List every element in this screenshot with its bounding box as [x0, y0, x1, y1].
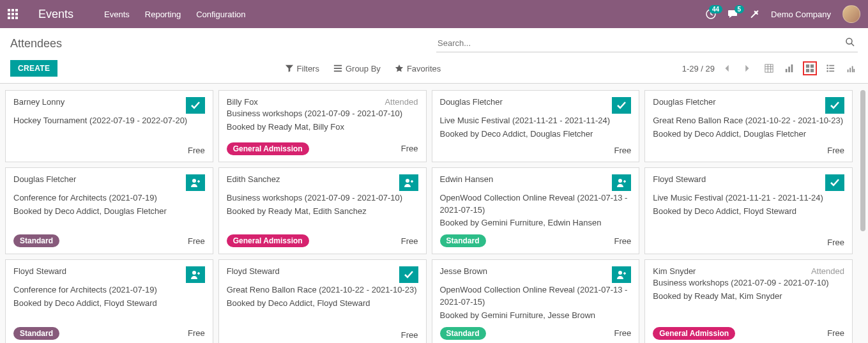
attendee-card[interactable]: Floyd StewardConference for Architects (… — [5, 259, 213, 343]
nav-link-reporting[interactable]: Reporting — [145, 10, 181, 19]
booked-by: Booked by Deco Addict, Floyd Steward — [13, 298, 205, 310]
attendee-card[interactable]: Edith SanchezBusiness workshops (2021-07… — [218, 167, 427, 255]
attendee-name: Floyd Steward — [227, 266, 280, 276]
groupby-label: Group By — [346, 64, 381, 73]
pager: 1-29 / 29 — [682, 62, 753, 75]
attendee-name: Barney Lonny — [13, 97, 65, 107]
svg-rect-11 — [334, 65, 342, 66]
pager-next-icon[interactable] — [740, 62, 753, 75]
pager-prev-icon[interactable] — [721, 62, 734, 75]
svg-rect-13 — [334, 71, 342, 72]
attendee-name: Edith Sanchez — [227, 174, 280, 184]
breadcrumb: Attendees — [10, 37, 62, 50]
favorites-label: Favorites — [407, 64, 441, 73]
booked-by: Booked by Gemini Furniture, Jesse Brown — [440, 310, 632, 322]
price: Free — [827, 238, 844, 247]
booked-by: Booked by Deco Addict, Douglas Fletcher — [653, 128, 844, 141]
svg-rect-12 — [334, 68, 342, 69]
apps-icon[interactable] — [8, 9, 18, 19]
graph-view-icon[interactable] — [782, 61, 796, 75]
attendee-card[interactable]: Kim SnyderAttendedBusiness workshops (20… — [644, 259, 853, 343]
debug-icon[interactable] — [749, 9, 759, 19]
status-person-icon[interactable] — [612, 174, 631, 191]
status-check-icon[interactable] — [825, 174, 844, 191]
price: Free — [188, 328, 205, 338]
search-icon[interactable] — [845, 37, 855, 47]
status-person-icon[interactable] — [186, 174, 205, 191]
attendee-card[interactable]: Edwin HansenOpenWood Collection Online R… — [432, 167, 640, 255]
svg-rect-6 — [8, 17, 10, 19]
create-button[interactable]: CREATE — [10, 60, 57, 77]
svg-rect-19 — [811, 65, 814, 68]
attendee-name: Floyd Steward — [653, 174, 706, 184]
svg-rect-14 — [765, 65, 773, 72]
attendee-card[interactable]: Floyd StewardLive Music Festival (2021-1… — [644, 167, 853, 255]
ticket-tag: General Admission — [227, 234, 309, 247]
attendee-card[interactable]: Douglas FletcherLive Music Festival (202… — [432, 90, 640, 162]
price: Free — [827, 328, 844, 338]
company-name[interactable]: Demo Company — [771, 10, 831, 19]
activity-icon[interactable]: 44 — [706, 9, 716, 19]
status-check-icon[interactable] — [825, 97, 844, 114]
attendee-card[interactable]: Barney LonnyHockey Tournament (2022-07-1… — [5, 90, 213, 162]
booked-by: Booked by Ready Mat, Edith Sanchez — [227, 206, 418, 218]
tree-view-icon[interactable] — [823, 61, 837, 75]
booked-by: Booked by Deco Addict, Floyd Steward — [653, 206, 844, 218]
attendee-name: Douglas Fletcher — [440, 97, 503, 107]
activity-count: 44 — [709, 5, 722, 13]
attendee-name: Kim Snyder — [653, 266, 696, 276]
status-check-icon[interactable] — [612, 97, 631, 114]
messaging-icon[interactable]: 5 — [727, 9, 738, 19]
search-tools: Filters Group By Favorites — [285, 64, 441, 73]
price: Free — [188, 236, 205, 246]
event-name: Great Reno Ballon Race (2021-10-22 - 202… — [227, 284, 418, 296]
price: Free — [827, 146, 844, 155]
nav-link-configuration[interactable]: Configuration — [196, 10, 245, 19]
event-name: Great Reno Ballon Race (2021-10-22 - 202… — [653, 115, 844, 127]
favorites-button[interactable]: Favorites — [395, 64, 441, 73]
ticket-tag: Standard — [440, 234, 486, 247]
svg-rect-27 — [829, 71, 834, 72]
svg-point-22 — [826, 65, 828, 66]
status-person-icon[interactable] — [399, 174, 418, 191]
kanban-view: Barney LonnyHockey Tournament (2022-07-1… — [0, 84, 868, 343]
pivot-view-icon[interactable] — [844, 61, 858, 75]
groupby-button[interactable]: Group By — [333, 64, 381, 73]
navbar-right: 44 5 Demo Company — [706, 5, 860, 23]
svg-point-24 — [826, 68, 828, 70]
user-avatar[interactable] — [842, 5, 860, 23]
scrollbar[interactable] — [860, 90, 865, 343]
view-switcher — [762, 61, 858, 75]
status-text: Attended — [385, 97, 418, 107]
svg-rect-25 — [829, 68, 834, 69]
svg-rect-5 — [15, 13, 18, 15]
nav-link-events[interactable]: Events — [104, 10, 130, 19]
attendee-card[interactable]: Floyd StewardGreat Reno Ballon Race (202… — [218, 259, 427, 343]
event-name: Hockey Tournament (2022-07-19 - 2022-07-… — [13, 115, 205, 127]
status-check-icon[interactable] — [399, 266, 418, 283]
status-check-icon[interactable] — [186, 97, 205, 114]
kanban-view-icon[interactable] — [803, 61, 817, 75]
attendee-card[interactable]: Douglas FletcherConference for Architect… — [5, 167, 213, 255]
event-name: Business workshops (2021-07-09 - 2021-07… — [227, 108, 418, 120]
list-view-icon[interactable] — [762, 61, 776, 75]
svg-point-35 — [192, 271, 196, 275]
status-person-icon[interactable] — [612, 266, 631, 283]
svg-point-26 — [826, 70, 828, 72]
attendee-name: Douglas Fletcher — [653, 97, 715, 107]
attendee-card[interactable]: Billy FoxAttendedBusiness workshops (202… — [218, 90, 427, 162]
filters-button[interactable]: Filters — [285, 64, 319, 73]
svg-point-33 — [406, 179, 409, 183]
event-name: Conference for Architects (2021-07-19) — [13, 192, 205, 204]
svg-point-10 — [846, 38, 852, 44]
status-person-icon[interactable] — [186, 266, 205, 283]
svg-rect-7 — [11, 17, 14, 19]
ticket-tag: Standard — [440, 327, 486, 340]
price: Free — [188, 146, 205, 155]
attendee-card[interactable]: Douglas FletcherGreat Reno Ballon Race (… — [644, 90, 853, 162]
svg-rect-31 — [853, 69, 855, 72]
attendee-card[interactable]: Jesse BrownOpenWood Collection Online Re… — [432, 259, 640, 343]
svg-rect-23 — [829, 65, 834, 66]
search-input[interactable] — [436, 34, 858, 52]
app-brand[interactable]: Events — [38, 8, 73, 21]
